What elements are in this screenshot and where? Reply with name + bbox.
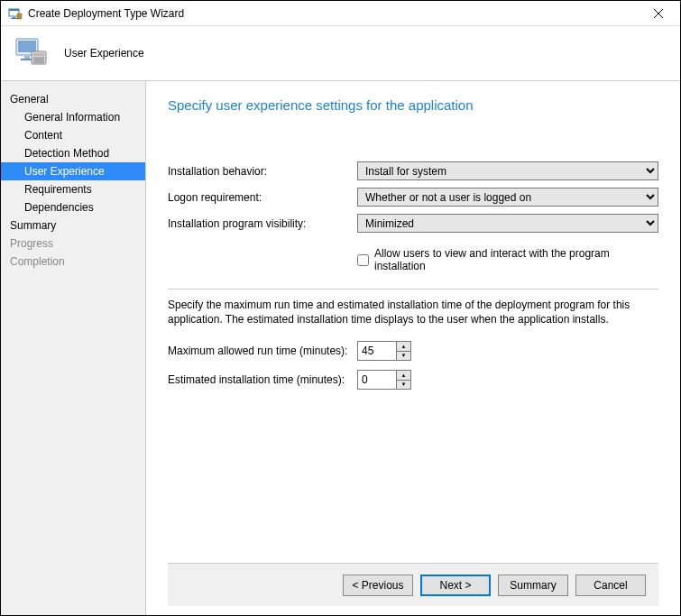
- svg-rect-3: [11, 18, 17, 19]
- main-heading: Specify user experience settings for the…: [168, 97, 658, 113]
- input-est-time[interactable]: [358, 371, 396, 389]
- row-allow-interact: Allow users to view and interact with th…: [168, 247, 658, 272]
- label-est-time: Estimated installation time (minutes):: [168, 373, 357, 386]
- content-area: General General Information Content Dete…: [1, 80, 680, 615]
- nav-item-general[interactable]: General: [1, 90, 145, 108]
- svg-rect-13: [33, 57, 44, 63]
- runtime-description: Specify the maximum run time and estimat…: [168, 299, 658, 326]
- summary-button[interactable]: Summary: [498, 575, 568, 596]
- spinner-up-icon[interactable]: ▲: [397, 371, 410, 381]
- row-logon-requirement: Logon requirement: Whether or not a user…: [168, 188, 658, 207]
- label-install-behavior: Installation behavior:: [168, 165, 357, 178]
- wizard-header: User Experience: [1, 26, 680, 80]
- spinner-down-icon[interactable]: ▼: [397, 352, 410, 361]
- nav-item-user-experience[interactable]: User Experience: [1, 162, 145, 180]
- close-button[interactable]: [640, 2, 676, 25]
- label-allow-interact: Allow users to view and interact with th…: [374, 247, 658, 272]
- next-button[interactable]: Next >: [420, 575, 491, 596]
- page-title: User Experience: [64, 47, 144, 60]
- app-icon: [8, 6, 23, 21]
- nav-item-completion: Completion: [1, 253, 145, 271]
- row-max-run-time: Maximum allowed run time (minutes): ▲ ▼: [168, 341, 658, 361]
- svg-rect-8: [18, 41, 36, 52]
- nav-item-progress: Progress: [1, 234, 145, 253]
- window-title: Create Deployment Type Wizard: [28, 7, 640, 20]
- spinner-est-time: ▲ ▼: [357, 370, 411, 390]
- row-install-behavior: Installation behavior: Install for syste…: [168, 161, 658, 180]
- svg-rect-2: [13, 17, 15, 18]
- computer-icon: [14, 35, 53, 71]
- close-icon: [654, 9, 663, 18]
- spinner-down-icon[interactable]: ▼: [397, 381, 410, 390]
- svg-rect-4: [17, 14, 22, 19]
- label-logon-requirement: Logon requirement:: [168, 191, 357, 204]
- input-max-run-time[interactable]: [358, 342, 396, 360]
- nav-item-dependencies[interactable]: Dependencies: [1, 198, 145, 216]
- row-est-time: Estimated installation time (minutes): ▲…: [168, 370, 658, 390]
- nav-item-general-information[interactable]: General Information: [1, 108, 145, 126]
- titlebar: Create Deployment Type Wizard: [1, 1, 680, 26]
- spinner-up-icon[interactable]: ▲: [397, 342, 410, 352]
- cancel-button[interactable]: Cancel: [575, 575, 646, 596]
- previous-button[interactable]: < Previous: [343, 575, 413, 596]
- nav-item-summary[interactable]: Summary: [1, 216, 145, 234]
- spinner-max-run-time: ▲ ▼: [357, 341, 411, 361]
- svg-rect-12: [33, 53, 44, 56]
- select-visibility[interactable]: Minimized: [357, 214, 658, 233]
- nav-sidebar: General General Information Content Dete…: [1, 81, 146, 615]
- select-logon-requirement[interactable]: Whether or not a user is logged on: [357, 188, 658, 207]
- svg-rect-9: [24, 56, 30, 59]
- label-visibility: Installation program visibility:: [168, 217, 357, 230]
- divider: [168, 289, 658, 290]
- main-panel: Specify user experience settings for the…: [146, 81, 680, 615]
- nav-item-detection-method[interactable]: Detection Method: [1, 144, 145, 162]
- nav-item-content[interactable]: Content: [1, 126, 145, 144]
- nav-item-requirements[interactable]: Requirements: [1, 180, 145, 198]
- row-visibility: Installation program visibility: Minimiz…: [168, 214, 658, 233]
- checkbox-allow-interact[interactable]: [357, 254, 369, 266]
- label-max-run-time: Maximum allowed run time (minutes):: [168, 345, 357, 357]
- select-install-behavior[interactable]: Install for system: [357, 161, 658, 180]
- svg-rect-1: [9, 9, 19, 11]
- wizard-footer: < Previous Next > Summary Cancel: [168, 563, 658, 606]
